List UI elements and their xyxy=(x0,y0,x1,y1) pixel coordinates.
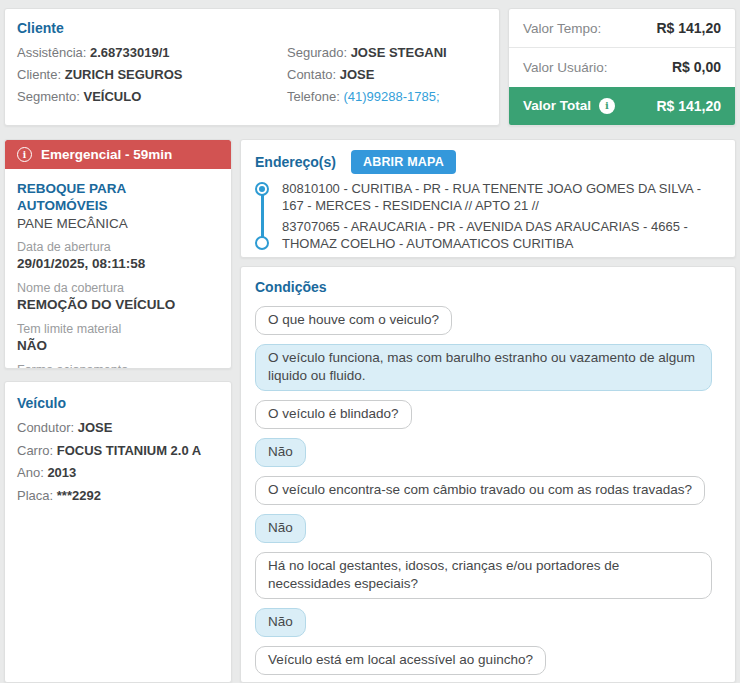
opening-date-detail: Data de abertura 29/01/2025, 08:11:58 xyxy=(17,240,219,272)
valor-tempo-row: Valor Tempo: R$ 141,20 xyxy=(509,9,735,47)
phone-link[interactable]: (41)99288-1785; xyxy=(343,89,439,104)
phone-label: Telefone: xyxy=(287,89,340,104)
opening-date-value: 29/01/2025, 08:11:58 xyxy=(17,255,219,272)
info-icon[interactable] xyxy=(599,98,615,114)
activation-mode-label: Forma acionamento xyxy=(17,363,219,369)
driver-value: JOSE xyxy=(78,420,113,435)
question-bubble: O veículo é blindado? xyxy=(255,400,412,429)
car-field: Carro: FOCUS TITANIUM 2.0 A xyxy=(17,440,219,463)
valor-tempo-label: Valor Tempo: xyxy=(523,21,601,36)
service-name: REBOQUE PARA AUTOMÓVEIS xyxy=(17,180,219,214)
client-column-left: Assistência: 2.68733019/1 Cliente: ZURIC… xyxy=(17,42,287,108)
insured-value: JOSE STEGANI xyxy=(351,45,447,60)
valor-usuario-label: Valor Usuário: xyxy=(523,60,608,75)
origin-dot-icon xyxy=(255,182,269,196)
main-row: Emergencial - 59min REBOQUE PARA AUTOMÓV… xyxy=(4,139,736,683)
year-label: Ano: xyxy=(17,465,44,480)
client-value: ZURICH SEGUROS xyxy=(65,67,183,82)
material-limit-label: Tem limite material xyxy=(17,322,219,337)
coverage-name-detail: Nome da cobertura REMOÇÃO DO VEÍCULO xyxy=(17,281,219,313)
top-row: Cliente Assistência: 2.68733019/1 Client… xyxy=(4,8,736,126)
activation-mode-detail: Forma acionamento GPS xyxy=(17,363,219,369)
segment-value: VEÍCULO xyxy=(84,89,142,104)
insured-label: Segurado: xyxy=(287,45,347,60)
client-card: Cliente Assistência: 2.68733019/1 Client… xyxy=(4,8,500,126)
valor-total-value: R$ 141,20 xyxy=(656,98,721,114)
answer-bubble: O veículo funciona, mas com barulho estr… xyxy=(255,344,712,391)
plate-value: ***2292 xyxy=(57,488,101,503)
destination-dot-icon xyxy=(255,236,269,250)
origin-address-item: 80810100 - CURITIBA - PR - RUA TENENTE J… xyxy=(255,181,721,214)
valor-usuario-row: Valor Usuário: R$ 0,00 xyxy=(509,47,735,86)
open-map-button[interactable]: ABRIR MAPA xyxy=(351,150,456,174)
question-bubble: O veículo encontra-se com câmbio travado… xyxy=(255,476,705,505)
client-column-right: Segurado: JOSE STEGANI Contato: JOSE Tel… xyxy=(287,42,487,108)
client-label: Cliente: xyxy=(17,67,61,82)
coverage-name-label: Nome da cobertura xyxy=(17,281,219,296)
totals-card: Valor Tempo: R$ 141,20 Valor Usuário: R$… xyxy=(508,8,736,126)
left-column: Emergencial - 59min REBOQUE PARA AUTOMÓV… xyxy=(4,139,232,683)
coverage-name-value: REMOÇÃO DO VEÍCULO xyxy=(17,296,219,313)
segment-label: Segmento: xyxy=(17,89,80,104)
conditions-title: Condições xyxy=(255,279,721,295)
emergency-title: Emergencial - 59min xyxy=(41,147,172,162)
insured-field: Segurado: JOSE STEGANI xyxy=(287,42,487,64)
answer-bubble: Não xyxy=(255,438,306,467)
valor-total-row: Valor Total R$ 141,20 xyxy=(509,87,735,125)
segment-field: Segmento: VEÍCULO xyxy=(17,86,287,108)
client-field: Cliente: ZURICH SEGUROS xyxy=(17,64,287,86)
assistance-value: 2.68733019/1 xyxy=(90,45,170,60)
vehicle-card: Veículo Condutor: JOSE Carro: FOCUS TITA… xyxy=(4,381,232,683)
service-body: REBOQUE PARA AUTOMÓVEIS PANE MECÂNICA Da… xyxy=(5,169,231,369)
assistance-field: Assistência: 2.68733019/1 xyxy=(17,42,287,64)
contact-value: JOSE xyxy=(340,67,375,82)
valor-tempo-value: R$ 141,20 xyxy=(656,20,721,36)
driver-field: Condutor: JOSE xyxy=(17,417,219,440)
answer-bubble: Não xyxy=(255,514,306,543)
origin-address-text: 80810100 - CURITIBA - PR - RUA TENENTE J… xyxy=(282,181,721,214)
destination-address-text: 83707065 - ARAUCARIA - PR - AVENIDA DAS … xyxy=(282,219,721,252)
plate-label: Placa: xyxy=(17,488,53,503)
client-card-title: Cliente xyxy=(17,20,487,36)
material-limit-value: NÃO xyxy=(17,337,219,354)
plate-field: Placa: ***2292 xyxy=(17,485,219,508)
conditions-card: Condições O que houve com o veiculo? O v… xyxy=(240,266,736,683)
service-card: Emergencial - 59min REBOQUE PARA AUTOMÓV… xyxy=(4,139,232,369)
contact-label: Contato: xyxy=(287,67,336,82)
assistance-label: Assistência: xyxy=(17,45,86,60)
right-column: Endereço(s) ABRIR MAPA 80810100 - CURITI… xyxy=(240,139,736,683)
valor-total-label: Valor Total xyxy=(523,98,591,113)
car-value: FOCUS TITANIUM 2.0 A xyxy=(57,443,201,458)
emergency-header: Emergencial - 59min xyxy=(5,140,231,169)
destination-address-item: 83707065 - ARAUCARIA - PR - AVENIDA DAS … xyxy=(255,219,721,252)
car-label: Carro: xyxy=(17,443,53,458)
phone-field: Telefone: (41)99288-1785; xyxy=(287,86,487,108)
addresses-timeline: 80810100 - CURITIBA - PR - RUA TENENTE J… xyxy=(255,181,721,252)
driver-label: Condutor: xyxy=(17,420,74,435)
addresses-card: Endereço(s) ABRIR MAPA 80810100 - CURITI… xyxy=(240,139,736,258)
info-icon xyxy=(17,147,32,162)
material-limit-detail: Tem limite material NÃO xyxy=(17,322,219,354)
answer-bubble: Não xyxy=(255,608,306,637)
valor-usuario-value: R$ 0,00 xyxy=(672,59,721,75)
addresses-title: Endereço(s) xyxy=(255,154,336,170)
question-bubble: Veículo está em local acessível ao guinc… xyxy=(255,646,546,675)
question-bubble: Há no local gestantes, idosos, crianças … xyxy=(255,552,712,599)
question-bubble: O que houve com o veiculo? xyxy=(255,306,452,335)
addresses-header: Endereço(s) ABRIR MAPA xyxy=(255,150,721,174)
contact-field: Contato: JOSE xyxy=(287,64,487,86)
assistance-detail-page: Cliente Assistência: 2.68733019/1 Client… xyxy=(0,0,740,683)
year-field: Ano: 2013 xyxy=(17,462,219,485)
year-value: 2013 xyxy=(47,465,76,480)
opening-date-label: Data de abertura xyxy=(17,240,219,255)
client-columns: Assistência: 2.68733019/1 Cliente: ZURIC… xyxy=(17,42,487,108)
vehicle-card-title: Veículo xyxy=(17,395,219,411)
service-type: PANE MECÂNICA xyxy=(17,216,219,231)
